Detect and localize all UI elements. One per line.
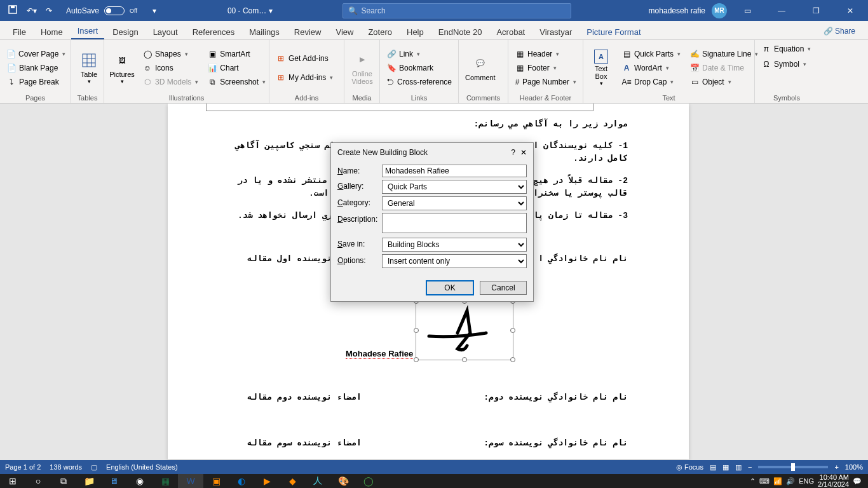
spell-check-icon[interactable]: ▢ — [91, 463, 97, 471]
edge-icon[interactable]: ◐ — [229, 474, 254, 488]
save-icon[interactable] — [5, 2, 20, 19]
user-avatar[interactable]: MR — [712, 3, 727, 18]
status-language[interactable]: English (United States) — [106, 463, 178, 471]
maximize-button[interactable]: ❐ — [802, 0, 830, 21]
share-button[interactable]: 🔗 Share — [817, 23, 862, 39]
app-icon-3[interactable]: 人 — [305, 474, 330, 488]
my-addins-button[interactable]: ⊞My Add-ins — [273, 71, 340, 84]
tab-virastyar[interactable]: Virastyar — [533, 24, 578, 39]
table-button[interactable]: Table▾ — [75, 43, 103, 93]
options-select[interactable]: Insert content only — [382, 254, 527, 268]
tab-acrobat[interactable]: Acrobat — [490, 24, 531, 39]
blank-page-button[interactable]: 📄Blank Page — [4, 62, 67, 74]
smartart-button[interactable]: ▣SmartArt — [205, 48, 268, 60]
dialog-close-icon[interactable]: ✕ — [520, 148, 527, 157]
tab-home[interactable]: Home — [34, 24, 69, 39]
description-input[interactable] — [382, 213, 527, 233]
tab-file[interactable]: File — [6, 24, 32, 39]
search-box[interactable]: 🔍 Search — [342, 3, 571, 18]
cortana-icon[interactable]: ○ — [25, 474, 51, 488]
print-layout-icon[interactable]: ▦ — [722, 463, 729, 471]
word-icon[interactable]: W — [178, 474, 203, 488]
3d-models-button[interactable]: ⬡3D Models — [140, 76, 201, 88]
cancel-button[interactable]: Cancel — [480, 281, 527, 295]
redo-icon[interactable]: ↷ — [43, 4, 55, 18]
bookmark-button[interactable]: 🔖Bookmark — [384, 62, 454, 74]
tray-notifications-icon[interactable]: 💬 — [853, 477, 862, 485]
date-time-button[interactable]: 📅Date & Time — [687, 62, 761, 74]
chrome-icon[interactable]: ◉ — [127, 474, 153, 488]
app-icon-1[interactable]: ▣ — [203, 474, 229, 488]
status-page[interactable]: Page 1 of 2 — [5, 463, 41, 471]
tray-language[interactable]: ENG — [799, 477, 814, 485]
tray-clock[interactable]: 10:40 AM2/14/2024 — [818, 474, 849, 488]
read-mode-icon[interactable]: ▤ — [710, 463, 716, 471]
focus-mode-button[interactable]: ◎ Focus — [676, 463, 703, 471]
tab-layout[interactable]: Layout — [147, 24, 184, 39]
close-button[interactable]: ✕ — [836, 0, 864, 21]
signature-line-button[interactable]: ✍Signature Line — [687, 48, 761, 60]
app-icon-4[interactable]: 🎨 — [330, 474, 356, 488]
savein-select[interactable]: Building Blocks — [382, 238, 527, 252]
signature-image-selection[interactable] — [416, 301, 513, 360]
app-icon-5[interactable]: ◯ — [356, 474, 381, 488]
excel-icon[interactable]: ▦ — [153, 474, 178, 488]
tab-view[interactable]: View — [329, 24, 360, 39]
qa-dropdown[interactable]: ▾ — [150, 4, 159, 18]
cross-reference-button[interactable]: ⮌Cross-reference — [384, 76, 454, 88]
tab-zotero[interactable]: Zotero — [362, 24, 398, 39]
user-name[interactable]: mohadeseh rafie — [649, 6, 705, 15]
dialog-help-icon[interactable]: ? — [511, 148, 515, 157]
taskview-icon[interactable]: ⧉ — [51, 474, 76, 488]
chart-button[interactable]: 📊Chart — [205, 62, 268, 74]
tab-picture-format[interactable]: Picture Format — [580, 24, 647, 39]
icons-button[interactable]: ☺Icons — [140, 62, 201, 74]
wordart-button[interactable]: AWordArt — [619, 62, 683, 74]
start-button[interactable]: ⊞ — [0, 474, 25, 488]
quick-parts-button[interactable]: ▤Quick Parts — [619, 48, 683, 60]
desktop-icon[interactable]: 🖥 — [102, 474, 127, 488]
name-input[interactable] — [382, 165, 527, 177]
shapes-button[interactable]: ◯Shapes — [140, 48, 201, 60]
app-icon-2[interactable]: ◆ — [280, 474, 305, 488]
undo-icon[interactable]: ↶▾ — [24, 4, 39, 18]
category-select[interactable]: General — [382, 196, 527, 210]
symbol-button[interactable]: ΩSymbol — [759, 58, 815, 71]
media-icon[interactable]: ▶ — [254, 474, 280, 488]
online-videos-button[interactable]: ▶Online Videos — [348, 43, 376, 93]
screenshot-button[interactable]: ⧉Screenshot — [205, 76, 268, 88]
ribbon-display-icon[interactable]: ▭ — [733, 0, 761, 21]
tab-references[interactable]: References — [186, 24, 241, 39]
ok-button[interactable]: OK — [426, 281, 473, 295]
header-button[interactable]: ▦Header — [512, 48, 579, 60]
zoom-slider[interactable] — [758, 466, 828, 468]
web-layout-icon[interactable]: ▥ — [735, 463, 742, 471]
cover-page-button[interactable]: 📄Cover Page — [4, 48, 67, 60]
tab-endnote[interactable]: EndNote 20 — [432, 24, 489, 39]
tab-insert[interactable]: Insert — [71, 22, 105, 39]
tray-wifi-icon[interactable]: 📶 — [773, 477, 782, 485]
footer-button[interactable]: ▦Footer — [512, 62, 579, 74]
tray-overflow-icon[interactable]: ⌃ — [750, 477, 756, 485]
tab-help[interactable]: Help — [400, 24, 430, 39]
tray-keyboard-icon[interactable]: ⌨ — [759, 477, 770, 485]
zoom-in-button[interactable]: + — [834, 463, 838, 471]
object-button[interactable]: ▭Object — [687, 76, 761, 88]
tray-volume-icon[interactable]: 🔊 — [786, 477, 795, 485]
explorer-icon[interactable]: 📁 — [76, 474, 102, 488]
page-break-button[interactable]: ⤵Page Break — [4, 76, 67, 88]
status-words[interactable]: 138 words — [50, 463, 82, 471]
gallery-select[interactable]: Quick Parts — [382, 180, 527, 194]
tab-review[interactable]: Review — [288, 24, 328, 39]
autosave-toggle[interactable]: AutoSave Off — [61, 1, 142, 20]
dropcap-button[interactable]: A≡Drop Cap — [619, 76, 683, 88]
pictures-button[interactable]: 🖼Pictures▾ — [108, 43, 136, 93]
zoom-out-button[interactable]: − — [748, 463, 752, 471]
tab-mailings[interactable]: Mailings — [243, 24, 286, 39]
page-number-button[interactable]: #Page Number — [512, 76, 579, 88]
tab-design[interactable]: Design — [106, 24, 144, 39]
equation-button[interactable]: πEquation — [759, 43, 815, 55]
zoom-level[interactable]: 100% — [845, 463, 863, 471]
minimize-button[interactable]: — — [768, 0, 796, 21]
get-addins-button[interactable]: ⊞Get Add-ins — [273, 52, 340, 65]
